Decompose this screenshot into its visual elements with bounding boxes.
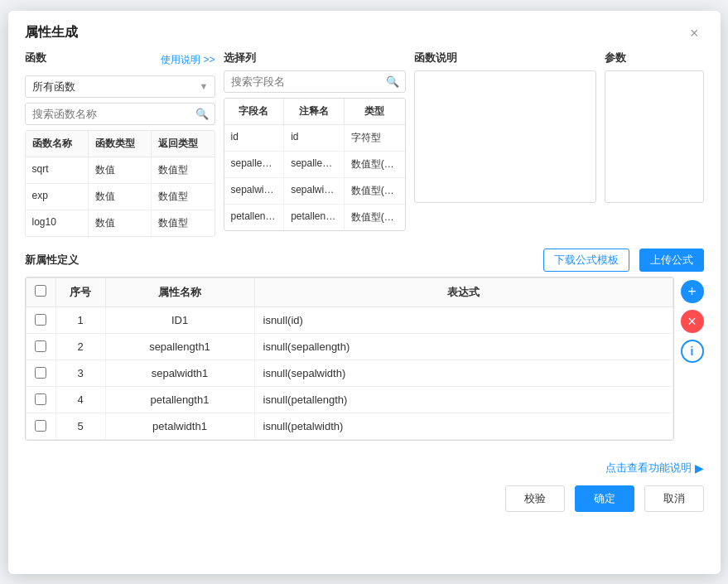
row-checkbox-3[interactable]: [35, 393, 46, 405]
confirm-button[interactable]: 确定: [575, 485, 634, 512]
new-attr-header-row: 新属性定义 下载公式模板 上传公式: [25, 249, 704, 272]
col-row-2[interactable]: sepalwidth sepalwidth 数值型(DOL: [224, 178, 405, 205]
attr-cell-seq-1: 2: [55, 333, 105, 360]
attr-cell-name-4: petalwidth1: [105, 413, 254, 439]
select-col-search-input[interactable]: [224, 70, 406, 93]
col-cell-name-2: sepalwidth: [224, 178, 285, 204]
func-desc-panel: 函数说明: [414, 51, 596, 203]
func-search-input[interactable]: [25, 103, 215, 125]
usage-link[interactable]: 使用说明 >>: [161, 53, 215, 67]
row-checkbox-2[interactable]: [35, 367, 46, 379]
dialog-header: 属性生成 ×: [8, 11, 721, 51]
attr-cell-checkbox-3: [26, 386, 55, 413]
func-type-select[interactable]: 所有函数: [25, 75, 215, 98]
attr-cell-name-2: sepalwidth1: [105, 360, 254, 386]
func-table-row[interactable]: sqrt 数值 数值型: [26, 157, 215, 184]
attr-cell-expr-0: isnull(id): [254, 306, 673, 333]
attr-th-checkbox: [26, 278, 55, 306]
attr-table: 序号 属性名称 表达式 1 ID1 isnull(id): [26, 278, 673, 440]
col-table-header: 字段名 注释名 类型: [224, 99, 405, 125]
func-search-wrapper: 🔍: [25, 103, 215, 125]
select-col-panel: 选择列 🔍 字段名 注释名 类型 id id 字符型: [224, 51, 406, 231]
col-cell-type-1: 数值型(DOL: [345, 152, 405, 177]
attr-cell-checkbox-0: [26, 306, 55, 333]
attr-row-1: 2 sepallength1 isnull(sepallength): [26, 333, 673, 360]
top-panels: 函数 使用说明 >> 所有函数 ▼ 🔍 函数名称 函数类型: [25, 51, 704, 237]
attr-th-seq: 序号: [55, 278, 105, 306]
delete-row-button[interactable]: ×: [681, 310, 704, 333]
dialog-title: 属性生成: [25, 24, 78, 41]
download-template-button[interactable]: 下载公式模板: [543, 249, 629, 272]
func-panel-label-row: 函数 使用说明 >>: [25, 51, 215, 70]
func-select-wrapper: 所有函数 ▼: [25, 75, 215, 98]
new-attr-table-wrapper: 序号 属性名称 表达式 1 ID1 isnull(id): [25, 277, 674, 441]
func-cell-type-1: 数值: [89, 184, 152, 210]
row-checkbox-4[interactable]: [35, 420, 46, 432]
col-cell-type-2: 数值型(DOL: [345, 178, 405, 204]
func-cell-name-2: log10: [26, 210, 89, 236]
footer-help-text: 点击查看功能说明: [605, 461, 692, 475]
col-cell-comment-3: petallength: [284, 205, 345, 230]
row-checkbox-1[interactable]: [35, 340, 46, 352]
col-header-fieldname: 字段名: [224, 99, 285, 124]
func-header-return: 返回类型: [152, 131, 215, 157]
func-panel-label: 函数: [25, 51, 46, 65]
col-cell-name-0: id: [224, 125, 285, 151]
col-row-0[interactable]: id id 字符型: [224, 125, 405, 152]
upload-formula-button[interactable]: 上传公式: [639, 249, 704, 272]
func-header-type: 函数类型: [89, 131, 152, 157]
func-cell-name-1: exp: [26, 184, 89, 210]
new-attr-section-label: 新属性定义: [25, 253, 79, 268]
attr-cell-expr-2: isnull(sepalwidth): [254, 360, 673, 386]
row-checkbox-0[interactable]: [35, 314, 46, 326]
col-table-body: id id 字符型 sepallength sepallength 数值型(DO…: [224, 125, 405, 230]
func-table-row[interactable]: exp 数值 数值型: [26, 184, 215, 210]
footer-help[interactable]: 点击查看功能说明 ▶: [605, 461, 704, 475]
attr-cell-seq-4: 5: [55, 413, 105, 439]
col-table: 字段名 注释名 类型 id id 字符型 sepallength sepalle…: [224, 98, 406, 231]
verify-button[interactable]: 校验: [505, 485, 565, 512]
attr-cell-seq-3: 4: [55, 386, 105, 413]
dialog-body: 函数 使用说明 >> 所有函数 ▼ 🔍 函数名称 函数类型: [8, 51, 721, 449]
func-table-body: sqrt 数值 数值型 exp 数值 数值型 log10 数值 数值型: [26, 157, 215, 236]
select-col-label: 选择列: [224, 51, 406, 65]
func-cell-return-2: 数值型: [152, 210, 215, 236]
col-cell-name-1: sepallength: [224, 152, 285, 177]
footer-btns: 校验 确定 取消: [505, 485, 704, 512]
col-header-comment: 注释名: [284, 99, 345, 124]
col-row-3[interactable]: petallength petallength 数值型(DOL: [224, 205, 405, 230]
cancel-button[interactable]: 取消: [644, 485, 704, 512]
col-cell-type-0: 字符型: [345, 125, 405, 151]
attr-table-head: 序号 属性名称 表达式: [26, 278, 673, 306]
attr-cell-seq-0: 1: [55, 306, 105, 333]
params-panel: 参数: [605, 51, 704, 203]
func-table: 函数名称 函数类型 返回类型 sqrt 数值 数值型 exp 数值: [25, 130, 215, 237]
attr-th-name: 属性名称: [105, 278, 254, 306]
params-label: 参数: [605, 51, 704, 65]
col-cell-comment-1: sepallength: [284, 152, 345, 177]
col-cell-type-3: 数值型(DOL: [345, 205, 405, 230]
dialog-footer: 点击查看功能说明 ▶ 校验 确定 取消: [8, 449, 721, 524]
func-table-row[interactable]: log10 数值 数值型: [26, 210, 215, 236]
select-all-checkbox[interactable]: [35, 285, 46, 297]
attr-cell-checkbox-1: [26, 333, 55, 360]
func-cell-type-2: 数值: [89, 210, 152, 236]
new-attr-row: 序号 属性名称 表达式 1 ID1 isnull(id): [25, 277, 704, 441]
attr-cell-expr-1: isnull(sepallength): [254, 333, 673, 360]
info-button[interactable]: i: [681, 340, 704, 363]
col-header-type: 类型: [345, 99, 405, 124]
attr-row-3: 4 petallength1 isnull(petallength): [26, 386, 673, 413]
func-cell-return-0: 数值型: [152, 157, 215, 183]
add-row-button[interactable]: +: [681, 280, 704, 303]
func-table-header: 函数名称 函数类型 返回类型: [26, 131, 215, 157]
params-box: [605, 70, 704, 203]
close-button[interactable]: ×: [685, 24, 704, 42]
attr-cell-name-1: sepallength1: [105, 333, 254, 360]
attr-cell-expr-4: isnull(petalwidth): [254, 413, 673, 439]
func-cell-name-0: sqrt: [26, 157, 89, 183]
col-row-1[interactable]: sepallength sepallength 数值型(DOL: [224, 152, 405, 178]
func-cell-type-0: 数值: [89, 157, 152, 183]
attr-table-header-row: 序号 属性名称 表达式: [26, 278, 673, 306]
func-desc-label: 函数说明: [414, 51, 596, 65]
col-cell-name-3: petallength: [224, 205, 285, 230]
